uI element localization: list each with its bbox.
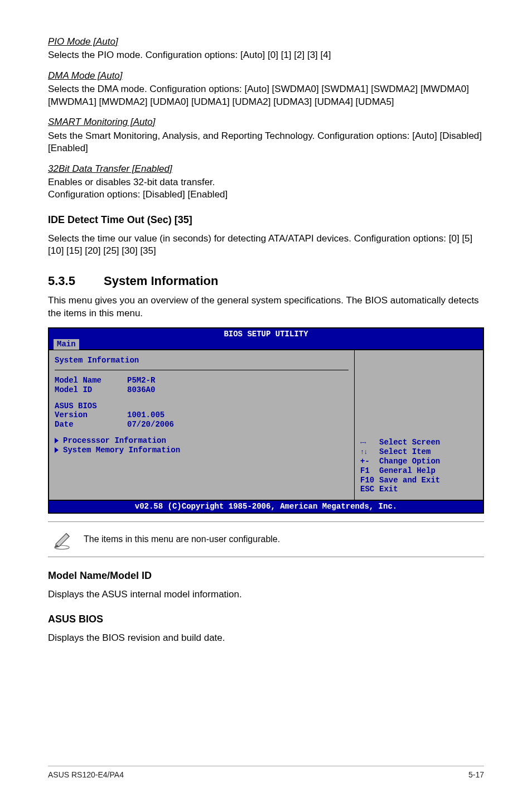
footer-left: ASUS RS120-E4/PA4 <box>48 770 124 780</box>
desc-model-name-id: Displays the ASUS internal model informa… <box>48 588 484 601</box>
bios-right-pane: Select Screen Select Item Change Option … <box>355 350 483 500</box>
bios-help-row: Change Option <box>360 457 478 466</box>
option-heading-dma: DMA Mode [Auto] <box>48 70 484 82</box>
note-block: The items in this menu are non-user conf… <box>48 521 484 557</box>
arrows-up-down-icon <box>360 447 379 457</box>
bios-value: 07/20/2006 <box>127 420 174 429</box>
triangle-right-icon <box>55 438 59 443</box>
footer-page-number: 5-17 <box>468 770 484 780</box>
bios-submenu-label: Processsor Information <box>63 436 166 445</box>
bios-help-block: Select Screen Select Item Change Option … <box>360 438 478 494</box>
bios-help-key: ESC <box>360 485 379 494</box>
plus-minus-icon <box>360 457 379 466</box>
bios-help-key: F10 <box>360 476 379 485</box>
bios-tabstrip: Main <box>49 339 483 349</box>
bios-left-pane: System Information Model Name P5M2-R Mod… <box>49 350 355 500</box>
arrows-left-right-icon <box>360 438 379 447</box>
option-heading-smart: SMART Monitoring [Auto] <box>48 116 484 128</box>
triangle-right-icon <box>55 447 59 453</box>
bios-row-model-id: Model ID 8036A0 <box>55 385 349 395</box>
bios-help-text: Change Option <box>379 457 440 466</box>
bios-help-text: Select Screen <box>379 438 440 447</box>
bios-help-text: Exit <box>379 485 398 494</box>
bios-help-text: General Help <box>379 466 436 476</box>
bios-value: 8036A0 <box>127 385 155 395</box>
bios-help-row: ESC Exit <box>360 485 478 494</box>
bios-help-row: F10 Save and Exit <box>360 476 478 485</box>
bios-help-key: F1 <box>360 466 379 476</box>
option-heading-pio: PIO Mode [Auto] <box>48 36 484 48</box>
section-title: System Information <box>104 273 218 289</box>
bios-row-model-name: Model Name P5M2-R <box>55 376 349 385</box>
option-desc-32bit-1: Enables or disables 32-bit data transfer… <box>48 176 484 189</box>
option-desc-smart: Sets the Smart Monitoring, Analysis, and… <box>48 130 484 155</box>
heading-ide-detect: IDE Detect Time Out (Sec) [35] <box>48 214 484 227</box>
bios-label: Model Name <box>55 376 127 385</box>
page-footer: ASUS RS120-E4/PA4 5-17 <box>48 766 484 780</box>
desc-asus-bios: Displays the BIOS revision and build dat… <box>48 632 484 644</box>
bios-help-row: Select Screen <box>360 438 478 447</box>
pencil-note-icon <box>50 528 74 551</box>
bios-label: Date <box>55 420 127 429</box>
heading-asus-bios: ASUS BIOS <box>48 613 484 626</box>
desc-ide-detect: Selects the time our value (in seconds) … <box>48 233 484 258</box>
option-heading-32bit: 32Bit Data Transfer [Enabled] <box>48 163 484 175</box>
bios-left-title: System Information <box>55 354 349 370</box>
bios-help-text: Select Item <box>379 447 431 457</box>
bios-value: P5M2-R <box>127 376 155 385</box>
bios-submenu-processor[interactable]: Processsor Information <box>55 436 349 446</box>
bios-help-row: F1 General Help <box>360 466 478 476</box>
bios-label: Version <box>55 410 127 420</box>
bios-submenu-label: System Memory Information <box>63 446 180 455</box>
bios-row-asus-bios: ASUS BIOS <box>55 402 349 411</box>
heading-model-name-id: Model Name/Model ID <box>48 569 484 583</box>
option-desc-dma: Selects the DMA mode. Configuration opti… <box>48 83 484 108</box>
sysinfo-intro: This menu gives you an overview of the g… <box>48 294 484 320</box>
section-number: 5.3.5 <box>48 273 104 289</box>
bios-body: System Information Model Name P5M2-R Mod… <box>49 349 483 500</box>
bios-help-text: Save and Exit <box>379 476 440 485</box>
bios-label: Model ID <box>55 385 127 395</box>
section-heading-sysinfo: 5.3.5 System Information <box>48 273 484 289</box>
bios-submenu-memory[interactable]: System Memory Information <box>55 446 349 455</box>
option-desc-32bit-2: Configuration options: [Disabled] [Enabl… <box>48 189 484 201</box>
bios-row-date: Date 07/20/2006 <box>55 420 349 429</box>
option-desc-pio: Selects the PIO mode. Configuration opti… <box>48 49 484 61</box>
bios-panel: BIOS SETUP UTILITY Main System Informati… <box>48 327 484 514</box>
bios-tab-main[interactable]: Main <box>54 339 79 350</box>
bios-row-version: Version 1001.005 <box>55 410 349 420</box>
bios-copyright-bar: v02.58 (C)Copyright 1985-2006, American … <box>49 500 483 513</box>
bios-value: 1001.005 <box>127 410 165 420</box>
bios-help-row: Select Item <box>360 447 478 457</box>
note-text: The items in this menu are non-user conf… <box>84 533 280 545</box>
bios-title-bar: BIOS SETUP UTILITY <box>49 328 483 339</box>
